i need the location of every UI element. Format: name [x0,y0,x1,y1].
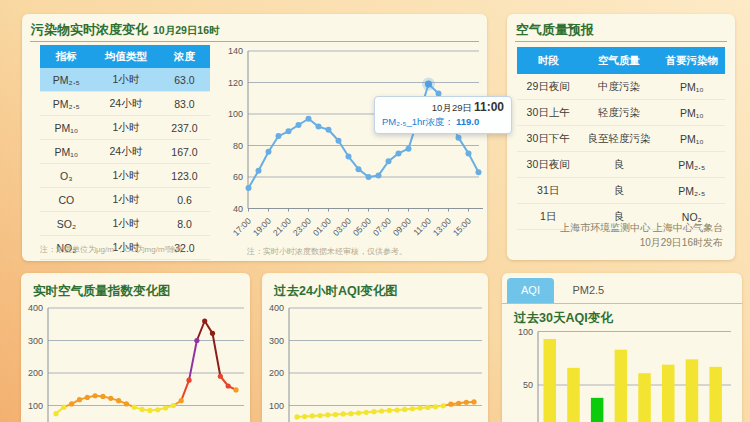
svg-text:200: 200 [269,368,284,378]
svg-text:100: 100 [28,401,43,411]
forecast-row: 30日夜间良PM₂.₅ [517,152,725,178]
svg-text:13:00: 13:00 [431,216,453,238]
tooltip-value-line: PM₂.₅_1hr浓度：119.0 [382,116,504,129]
svg-text:23:00: 23:00 [291,216,313,238]
col-primary-pollutant: 首要污染物 [658,47,725,74]
svg-text:21:00: 21:00 [271,216,293,238]
forecast-table-header: 时段 空气质量 首要污染物 [517,47,725,74]
svg-text:100: 100 [518,327,533,337]
tooltip-datetime: 10月29日11:00 [382,100,504,115]
aqi-pm25-tabs: AQI PM2.5 [507,278,618,303]
svg-text:400: 400 [269,303,284,313]
svg-text:300: 300 [269,336,284,346]
table-row-pm10-1h[interactable]: PM₁₀1小时237.0 [40,116,210,140]
aqi-30d-title: 过去30天AQI变化 [514,310,613,327]
svg-text:300: 300 [28,336,43,346]
svg-text:100: 100 [228,109,243,119]
svg-text:200: 200 [28,368,43,378]
forecast-row: 30日下午良至轻度污染PM₁₀ [517,126,725,152]
forecast-table: 时段 空气质量 首要污染物 29日夜间中度污染PM₁₀ 30日上午轻度污染PM₁… [517,47,725,230]
forecast-row: 31日良PM₂.₅ [517,178,725,204]
svg-text:05:00: 05:00 [351,216,373,238]
svg-text:400: 400 [28,303,43,313]
svg-text:120: 120 [228,78,243,88]
table-row-pm25-24h[interactable]: PM₂.₅24小时83.0 [40,92,210,116]
svg-text:09:00: 09:00 [391,216,413,238]
svg-text:17:00: 17:00 [231,216,253,238]
air-quality-forecast-panel: 空气质量预报 时段 空气质量 首要污染物 29日夜间中度污染PM₁₀ 30日上午… [507,14,735,260]
forecast-publisher: 上海市环境监测中心 上海中心气象台 10月29日16时发布 [560,220,723,250]
svg-text:03:00: 03:00 [331,216,353,238]
aqi-24h-title: 过去24小时AQI变化图 [274,283,398,300]
title-divider [515,41,727,42]
svg-text:11:00: 11:00 [411,216,433,238]
pm25-hourly-line-chart[interactable]: 40608010012014017:0019:0021:0023:0001:00… [212,30,484,244]
svg-text:80: 80 [233,141,243,151]
svg-text:01:00: 01:00 [311,216,333,238]
table-row-pm10-24h[interactable]: PM₁₀24小时167.0 [40,140,210,164]
forecast-row: 30日上午轻度污染PM₁₀ [517,100,725,126]
col-period: 时段 [517,47,579,74]
table-row-pm25-1h[interactable]: PM₂.₅1小时63.0 [40,68,210,92]
tab-aqi[interactable]: AQI [507,278,554,303]
tab-pm25[interactable]: PM2.5 [558,278,618,303]
pollutant-table-header: 指标 均值类型 浓度 [40,45,210,68]
col-concentration: 浓度 [159,45,210,68]
table-row-o3[interactable]: O₃1小时123.0 [40,164,210,188]
forecast-panel-title: 空气质量预报 [516,21,594,39]
publish-time: 10月29日16时发布 [560,235,723,250]
aqi-30d-panel: AQI PM2.5 过去30天AQI变化 50100 [502,273,742,422]
pollutant-panel-title: 污染物实时浓度变化 [31,22,148,37]
col-quality: 空气质量 [579,47,658,74]
aqi-24h-panel: 过去24小时AQI变化图 100200300400 [262,273,488,422]
pollutant-realtime-panel: 污染物实时浓度变化10月29日16时 指标 均值类型 浓度 PM₂.₅1小时63… [22,14,487,261]
pollutant-table: 指标 均值类型 浓度 PM₂.₅1小时63.0 PM₂.₅24小时83.0 PM… [40,45,210,260]
chart-tooltip: 10月29日11:00 PM₂.₅_1hr浓度：119.0 [374,96,512,134]
pollutant-panel-time: 10月29日16时 [153,24,220,36]
svg-text:15:00: 15:00 [451,216,473,238]
unit-note: 注：浓度单位为μg/m³，CO为mg/m³除外 [40,244,183,255]
publisher-name: 上海市环境监测中心 上海中心气象台 [560,220,723,235]
col-avg-type: 均值类型 [93,45,159,68]
col-indicator: 指标 [40,45,93,68]
air-quality-dashboard: { "colors":{ "header_blue":"#1ea0e9","ro… [0,0,750,422]
svg-text:50: 50 [523,380,533,390]
svg-text:40: 40 [233,204,243,214]
svg-text:100: 100 [269,401,284,411]
panel-title: 污染物实时浓度变化10月29日16时 [31,21,220,39]
svg-text:19:00: 19:00 [251,216,273,238]
svg-text:60: 60 [233,172,243,182]
table-row-co[interactable]: CO1小时0.6 [40,188,210,212]
svg-text:140: 140 [228,46,243,56]
realtime-aqi-title: 实时空气质量指数变化图 [33,283,171,300]
chart-note: 注：实时小时浓度数据未经审核，仅供参考。 [247,246,407,257]
forecast-row: 29日夜间中度污染PM₁₀ [517,74,725,100]
table-row-so2[interactable]: SO₂1小时8.0 [40,212,210,236]
svg-text:07:00: 07:00 [371,216,393,238]
realtime-aqi-panel: 实时空气质量指数变化图 100200300400 [21,273,250,422]
